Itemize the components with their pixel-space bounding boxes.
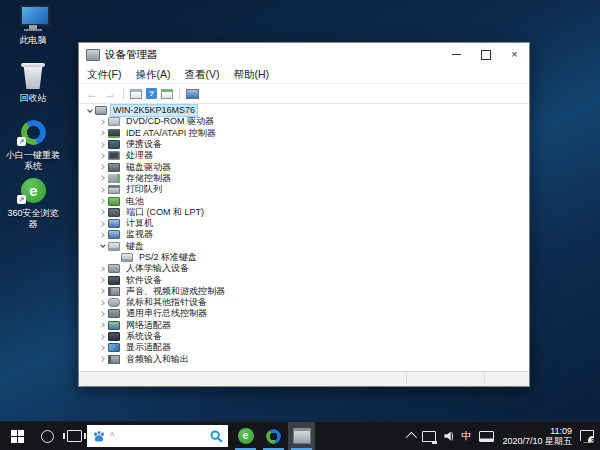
tree-item[interactable]: 键盘 [79, 241, 529, 252]
chevron-right-icon[interactable] [97, 312, 108, 316]
tree-item[interactable]: 音频输入和输出 [79, 354, 529, 365]
properties-icon[interactable] [161, 89, 173, 99]
minimize-icon [452, 54, 461, 55]
chevron-right-icon[interactable] [97, 335, 108, 339]
audio-io-icon [108, 355, 120, 364]
tree-item[interactable]: 存储控制器 [79, 173, 529, 184]
tree-item[interactable]: 便携设备 [79, 139, 529, 150]
tray-expand-icon[interactable] [406, 432, 417, 443]
desktop-icon-label: 小白一键重装系统 [4, 150, 62, 172]
tree-item[interactable]: 端口 (COM 和 LPT) [79, 207, 529, 218]
tree-item[interactable]: 人体学输入设备 [79, 263, 529, 274]
device-manager-app-icon [86, 49, 100, 61]
touch-keyboard-icon[interactable] [479, 431, 494, 442]
portable-device-icon [108, 140, 120, 149]
chevron-right-icon[interactable] [97, 233, 108, 237]
desktop-icon-label: 此电脑 [4, 35, 62, 46]
chevron-right-icon[interactable] [97, 176, 108, 180]
chevron-right-icon[interactable] [97, 131, 108, 135]
scan-hardware-icon[interactable] [186, 89, 199, 99]
baidu-search-icon[interactable] [209, 429, 223, 443]
usb-controller-icon [108, 309, 120, 318]
taskbar-clock[interactable]: 11:09 2020/7/10 星期五 [502, 426, 572, 446]
tree-item[interactable]: DVD/CD-ROM 驱动器 [79, 116, 529, 127]
chevron-right-icon[interactable] [97, 165, 108, 169]
notification-badge: 3 [588, 436, 597, 445]
tree-item[interactable]: 网络适配器 [79, 320, 529, 331]
start-button[interactable] [0, 422, 34, 450]
system-tray: 中 11:09 2020/7/10 星期五 3 [406, 422, 594, 450]
chevron-right-icon[interactable] [97, 188, 108, 192]
tree-item-label: 系统设备 [124, 331, 164, 342]
chevron-right-icon[interactable] [97, 323, 108, 327]
back-icon[interactable]: ← [85, 87, 99, 100]
menu-action[interactable]: 操作(A) [135, 68, 170, 82]
network-icon[interactable] [422, 431, 436, 442]
chevron-right-icon[interactable] [97, 154, 108, 158]
tree-item-label: 软件设备 [124, 275, 164, 286]
desktop-icon-this-pc[interactable]: 此电脑 [4, 4, 62, 46]
chevron-right-icon[interactable] [97, 289, 108, 293]
search-box[interactable]: ^ [87, 425, 228, 447]
action-center-icon[interactable]: 3 [580, 430, 594, 443]
desktop-icon-recycle-bin[interactable]: 回收站 [4, 62, 62, 104]
tree-item-label: 音频输入和输出 [124, 354, 191, 365]
menu-help[interactable]: 帮助(H) [233, 68, 269, 82]
menu-file[interactable]: 文件(F) [87, 68, 121, 82]
chevron-right-icon[interactable] [97, 143, 108, 147]
chevron-right-icon[interactable] [97, 357, 108, 361]
taskbar-app-device-manager[interactable] [288, 422, 315, 450]
tree-item[interactable]: WIN-2K5KP16MS76 [79, 105, 529, 116]
chevron-right-icon[interactable] [97, 267, 108, 271]
tree-item[interactable]: 计算机 [79, 218, 529, 229]
chevron-right-icon[interactable] [97, 199, 108, 203]
tree-item[interactable]: 磁盘驱动器 [79, 161, 529, 172]
tree-item[interactable]: 监视器 [79, 229, 529, 240]
chevron-down-icon[interactable] [97, 243, 108, 249]
tree-item[interactable]: 通用串行总线控制器 [79, 308, 529, 319]
display-adapter-icon [108, 343, 120, 352]
chevron-right-icon[interactable] [97, 120, 108, 124]
chevron-up-icon[interactable]: ^ [110, 431, 114, 441]
tree-item-label: WIN-2K5KP16MS76 [111, 105, 197, 116]
close-button[interactable]: × [500, 43, 529, 66]
tree-item-label: 监视器 [124, 229, 155, 240]
task-view-button[interactable] [60, 422, 88, 450]
status-bar [79, 371, 529, 386]
title-bar[interactable]: 设备管理器 × [79, 43, 529, 66]
tree-item[interactable]: 打印队列 [79, 184, 529, 195]
desktop-icon-xiaobai-reinstall[interactable]: ↗ 小白一键重装系统 [4, 119, 62, 172]
chevron-right-icon[interactable] [97, 278, 108, 282]
baidu-paw-icon [92, 429, 106, 443]
tree-item[interactable]: IDE ATA/ATAPI 控制器 [79, 128, 529, 139]
tree-item[interactable]: 显示适配器 [79, 342, 529, 353]
chevron-right-icon[interactable] [97, 222, 108, 226]
tree-item-label: 处理器 [124, 150, 155, 161]
chevron-right-icon[interactable] [97, 346, 108, 350]
volume-button[interactable] [444, 431, 453, 442]
taskbar-app-360-browser[interactable]: e [232, 422, 259, 450]
tree-item[interactable]: 电池 [79, 195, 529, 206]
menu-view[interactable]: 查看(V) [184, 68, 219, 82]
tree-item[interactable]: PS/2 标准键盘 [79, 252, 529, 263]
maximize-button[interactable] [471, 43, 500, 66]
forward-icon[interactable]: → [103, 87, 117, 100]
chevron-down-icon[interactable] [84, 108, 95, 114]
cortana-button[interactable] [34, 422, 60, 450]
chevron-right-icon[interactable] [97, 301, 108, 305]
desktop-icon-360-browser[interactable]: e ↗ 360安全浏览器 [4, 177, 62, 230]
minimize-button[interactable] [442, 43, 471, 66]
help-icon[interactable]: ? [146, 88, 157, 99]
tree-item-label: DVD/CD-ROM 驱动器 [124, 116, 216, 127]
chevron-right-icon[interactable] [97, 210, 108, 214]
tree-item[interactable]: 声音、视频和游戏控制器 [79, 286, 529, 297]
recycle-bin-lid [21, 63, 45, 67]
console-tree-icon[interactable] [130, 89, 142, 99]
ime-indicator[interactable]: 中 [461, 429, 471, 443]
taskbar-app-xiaobai[interactable] [260, 422, 287, 450]
xiaobai-sync-icon: ↗ [17, 119, 49, 149]
tree-item[interactable]: 软件设备 [79, 274, 529, 285]
tree-item[interactable]: 鼠标和其他指针设备 [79, 297, 529, 308]
tree-item[interactable]: 系统设备 [79, 331, 529, 342]
tree-item[interactable]: 处理器 [79, 150, 529, 161]
